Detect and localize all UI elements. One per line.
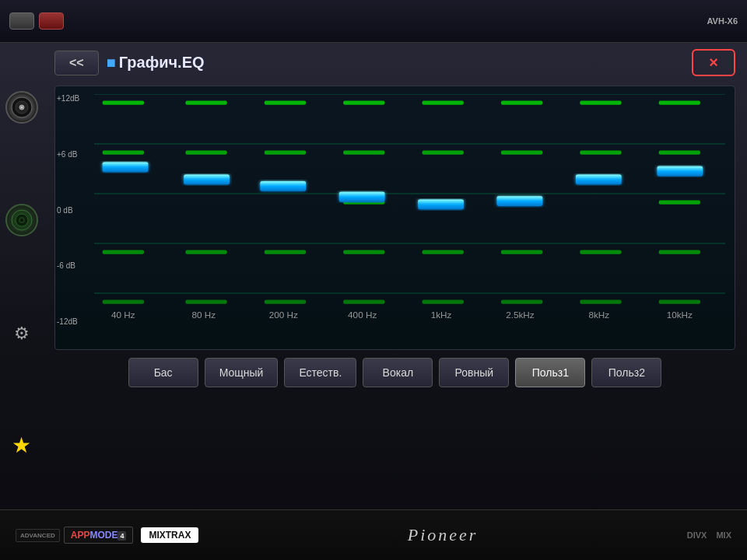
sidebar: ⚙ ★ <box>0 43 43 509</box>
svg-rect-42 <box>265 300 306 304</box>
mix-label: MIX <box>716 530 731 540</box>
svg-rect-55 <box>657 166 703 177</box>
mixtrax-label: MIXTRAX <box>141 527 198 543</box>
bottom-right: DIVX MIX <box>687 530 731 540</box>
eq-svg: 40 Hz 80 Hz 200 Hz 400 Hz 1kHz 2.5kHz 8k… <box>94 94 725 343</box>
svg-point-3 <box>20 106 23 108</box>
svg-rect-49 <box>184 174 230 184</box>
close-button[interactable]: × <box>692 49 735 76</box>
svg-rect-27 <box>501 151 542 155</box>
svg-rect-53 <box>497 196 543 206</box>
preset-btn-user2[interactable]: Польз2 <box>591 358 661 387</box>
y-label-0: +12dB <box>57 94 79 103</box>
svg-rect-45 <box>501 300 542 304</box>
eq-title: ■Графич.EQ <box>107 54 685 72</box>
preset-btn-user1[interactable]: Польз1 <box>515 358 585 387</box>
svg-rect-14 <box>103 101 144 105</box>
top-btn-1[interactable] <box>9 12 34 30</box>
main-content: << ■Графич.EQ × +12dB +6 dB 0 dB -6 dB -… <box>43 43 747 395</box>
y-label-2: 0 dB <box>57 206 79 215</box>
eq-y-labels: +12dB +6 dB 0 dB -6 dB -12dB <box>57 94 79 326</box>
svg-rect-26 <box>423 151 464 155</box>
svg-rect-47 <box>659 300 700 304</box>
svg-rect-19 <box>501 101 542 105</box>
preset-buttons: Бас Мощный Естеств. Вокал Ровный Польз1 … <box>47 350 743 395</box>
sidebar-icon-speaker[interactable] <box>5 204 38 236</box>
divx-label: DIVX <box>687 530 707 540</box>
svg-rect-20 <box>580 101 621 105</box>
svg-rect-43 <box>343 300 384 304</box>
y-label-4: -12dB <box>57 317 79 326</box>
svg-text:1kHz: 1kHz <box>431 310 452 320</box>
svg-rect-31 <box>659 201 700 205</box>
bottom-bar: ADVANCED APPMODE4 MIXTRAX Pioneer DIVX M… <box>0 509 747 560</box>
svg-rect-34 <box>265 250 306 254</box>
eq-header: << ■Графич.EQ × <box>47 43 743 82</box>
svg-rect-52 <box>418 199 464 209</box>
device-frame: AVH-X6 ⚙ ★ <box>0 0 747 560</box>
svg-rect-16 <box>265 101 306 105</box>
svg-rect-38 <box>580 250 621 254</box>
svg-text:400 Hz: 400 Hz <box>348 310 377 320</box>
preset-btn-natural[interactable]: Естеств. <box>284 358 356 387</box>
svg-rect-37 <box>501 250 542 254</box>
svg-text:80 Hz: 80 Hz <box>192 310 216 320</box>
svg-text:8kHz: 8kHz <box>588 310 609 320</box>
svg-rect-21 <box>659 101 700 105</box>
preset-btn-vocal[interactable]: Вокал <box>363 358 433 387</box>
svg-point-7 <box>20 219 23 222</box>
svg-rect-35 <box>343 250 384 254</box>
svg-rect-24 <box>265 151 306 155</box>
svg-rect-36 <box>423 250 464 254</box>
svg-rect-22 <box>103 151 144 155</box>
app-label: APPMODE4 <box>64 527 134 544</box>
svg-text:40 Hz: 40 Hz <box>111 310 135 320</box>
svg-rect-32 <box>103 250 144 254</box>
svg-text:⚙: ⚙ <box>14 324 30 343</box>
svg-rect-23 <box>185 151 226 155</box>
back-button[interactable]: << <box>54 51 99 75</box>
y-label-3: -6 dB <box>57 261 79 270</box>
advanced-label: ADVANCED <box>16 529 60 542</box>
title-dot: ■ <box>107 54 116 71</box>
preset-btn-flat[interactable]: Ровный <box>439 358 509 387</box>
svg-rect-46 <box>580 300 621 304</box>
svg-rect-48 <box>103 162 149 172</box>
svg-rect-18 <box>423 101 464 105</box>
svg-rect-25 <box>343 151 384 155</box>
top-btn-2[interactable] <box>39 12 64 30</box>
device-model: AVH-X6 <box>707 16 738 26</box>
svg-rect-17 <box>343 101 384 105</box>
top-bar-left <box>9 12 64 30</box>
eq-graph: +12dB +6 dB 0 dB -6 dB -12dB <box>54 86 735 350</box>
sidebar-icon-settings[interactable]: ⚙ <box>5 317 38 349</box>
svg-rect-51 <box>339 192 385 202</box>
pioneer-logo: Pioneer <box>408 525 479 545</box>
svg-rect-15 <box>185 101 226 105</box>
svg-rect-41 <box>185 300 226 304</box>
svg-rect-39 <box>659 250 700 254</box>
y-label-1: +6 dB <box>57 150 79 159</box>
preset-btn-powerful[interactable]: Мощный <box>205 358 279 387</box>
preset-btn-bas[interactable]: Бас <box>128 358 198 387</box>
svg-text:10kHz: 10kHz <box>667 310 693 320</box>
svg-rect-40 <box>103 300 144 304</box>
svg-text:200 Hz: 200 Hz <box>269 310 298 320</box>
svg-rect-44 <box>423 300 464 304</box>
top-bar: AVH-X6 <box>0 0 747 43</box>
svg-rect-54 <box>576 174 622 184</box>
sidebar-icon-star[interactable]: ★ <box>5 429 38 462</box>
svg-rect-33 <box>185 250 226 254</box>
svg-rect-50 <box>260 181 306 191</box>
svg-rect-29 <box>659 151 700 155</box>
svg-text:2.5kHz: 2.5kHz <box>506 310 535 320</box>
svg-rect-28 <box>580 151 621 155</box>
bottom-left: ADVANCED APPMODE4 MIXTRAX <box>16 527 198 544</box>
sidebar-icon-disc[interactable] <box>5 91 38 124</box>
